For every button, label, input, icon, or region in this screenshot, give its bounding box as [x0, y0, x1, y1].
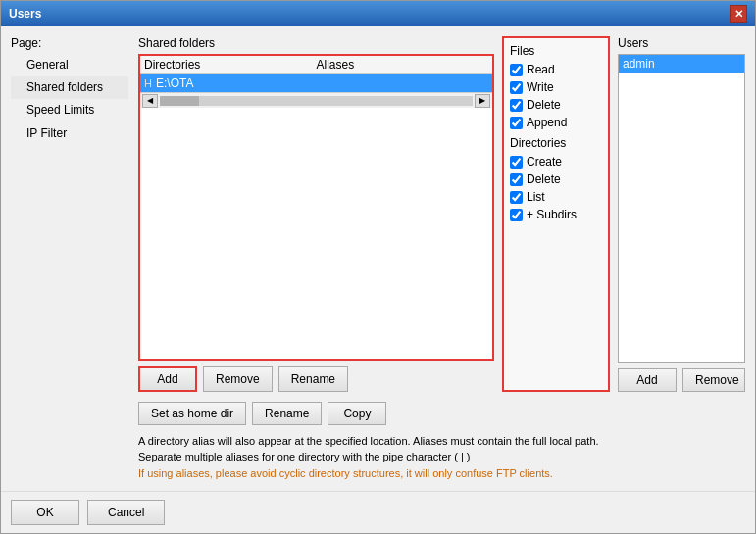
- info-line3: If using aliases, please avoid cyclic di…: [138, 465, 745, 482]
- row-prefix: H: [144, 77, 152, 89]
- perm-write: Write: [510, 80, 602, 94]
- write-checkbox[interactable]: [510, 81, 523, 94]
- nav-item-speed-limits[interactable]: Speed Limits: [11, 99, 128, 121]
- users-window: Users ✕ Page: General Shared folders Spe…: [0, 0, 756, 534]
- main-content: Page: General Shared folders Speed Limit…: [1, 26, 755, 491]
- info-line2: Separate multiple aliases for one direct…: [138, 449, 745, 465]
- create-checkbox[interactable]: [510, 156, 523, 169]
- page-label: Page:: [11, 36, 128, 50]
- col-directories: Directories: [144, 58, 317, 72]
- shared-folders-left: Shared folders Directories Aliases H E:\…: [138, 36, 494, 392]
- directories-table: Directories Aliases H E:\OTA ◀: [138, 54, 494, 361]
- append-checkbox[interactable]: [510, 117, 523, 129]
- info-line1: A directory alias will also appear at th…: [138, 433, 745, 450]
- perm-append: Append: [510, 116, 602, 129]
- shared-folders-section: Shared folders Directories Aliases H E:\…: [138, 36, 745, 392]
- subdirs-label: + Subdirs: [527, 208, 577, 221]
- add-directory-button[interactable]: Add: [138, 366, 197, 392]
- read-label: Read: [527, 63, 555, 76]
- copy-button[interactable]: Copy: [328, 402, 386, 425]
- scroll-left-button[interactable]: ◀: [142, 94, 158, 108]
- cancel-button[interactable]: Cancel: [87, 500, 165, 525]
- users-panel: Users admin Add Remove: [618, 36, 745, 392]
- perm-create: Create: [510, 155, 602, 169]
- remove-directory-button[interactable]: Remove: [203, 366, 273, 392]
- window-title: Users: [9, 7, 41, 21]
- scroll-track: [160, 96, 473, 106]
- info-section: A directory alias will also appear at th…: [138, 433, 745, 482]
- bottom-buttons: OK Cancel: [1, 491, 755, 533]
- create-label: Create: [527, 155, 562, 169]
- subdirs-checkbox[interactable]: [510, 209, 523, 221]
- delete-files-checkbox[interactable]: [510, 99, 523, 112]
- ok-button[interactable]: OK: [11, 500, 79, 525]
- scroll-right-button[interactable]: ▶: [475, 94, 490, 108]
- main-panel: Shared folders Directories Aliases H E:\…: [138, 36, 745, 481]
- col-aliases: Aliases: [317, 58, 489, 72]
- nav-item-general[interactable]: General: [11, 54, 128, 76]
- perm-delete-dirs: Delete: [510, 172, 602, 186]
- permissions-panel: Files Read Write Delete: [502, 36, 610, 392]
- perm-subdirs: + Subdirs: [510, 208, 602, 221]
- table-row[interactable]: H E:\OTA: [140, 74, 492, 92]
- nav-tree: General Shared folders Speed Limits IP F…: [11, 54, 128, 145]
- write-label: Write: [527, 80, 554, 94]
- close-button[interactable]: ✕: [730, 5, 747, 23]
- list-label: List: [527, 190, 545, 204]
- rename-user-button[interactable]: Rename: [252, 402, 322, 425]
- delete-files-label: Delete: [527, 98, 561, 112]
- remove-user-button[interactable]: Remove: [682, 368, 745, 392]
- user-item-admin[interactable]: admin: [619, 55, 744, 73]
- users-list: admin: [618, 54, 745, 363]
- set-as-home-button[interactable]: Set as home dir: [138, 402, 246, 425]
- dir-buttons: Add Remove Rename: [138, 366, 494, 392]
- table-header: Directories Aliases: [140, 56, 492, 74]
- read-checkbox[interactable]: [510, 64, 523, 76]
- titlebar: Users ✕: [1, 1, 755, 26]
- scrollbar[interactable]: ◀ ▶: [140, 92, 492, 108]
- delete-dirs-label: Delete: [527, 172, 561, 186]
- delete-dirs-checkbox[interactable]: [510, 173, 523, 186]
- shared-folders-title: Shared folders: [138, 36, 494, 50]
- append-label: Append: [527, 116, 567, 129]
- users-buttons: Add Remove: [618, 368, 745, 392]
- add-user-button[interactable]: Add: [618, 368, 677, 392]
- nav-item-ip-filter[interactable]: IP Filter: [11, 122, 128, 145]
- list-checkbox[interactable]: [510, 191, 523, 204]
- scroll-thumb[interactable]: [160, 96, 199, 106]
- files-section-title: Files: [510, 44, 602, 58]
- perm-list: List: [510, 190, 602, 204]
- rename-directory-button[interactable]: Rename: [278, 366, 348, 392]
- users-title: Users: [618, 36, 745, 50]
- dirs-section-title: Directories: [510, 136, 602, 150]
- nav-item-shared-folders[interactable]: Shared folders: [11, 76, 128, 99]
- perm-read: Read: [510, 63, 602, 76]
- perm-delete-files: Delete: [510, 98, 602, 112]
- left-panel: Page: General Shared folders Speed Limit…: [11, 36, 128, 481]
- row-path: E:\OTA: [156, 76, 193, 90]
- action-buttons: Set as home dir Rename Copy: [138, 402, 745, 425]
